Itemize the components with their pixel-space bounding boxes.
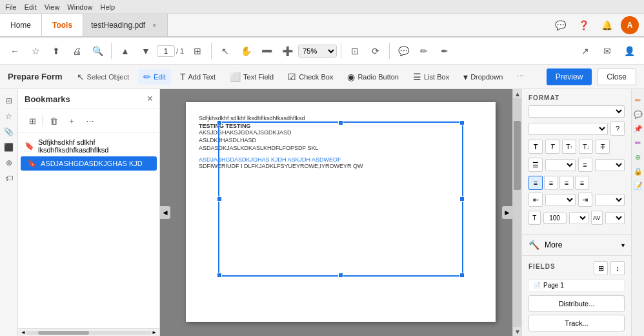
font-size-select[interactable] [528, 123, 608, 135]
fields-sort-btn[interactable]: ⊞ [594, 261, 608, 275]
resize-handle-left[interactable] [217, 196, 222, 202]
bookmarks-add-btn[interactable]: + [64, 113, 79, 129]
sidebar-icon-3[interactable]: 📎 [3, 125, 15, 138]
tab-tools[interactable]: Tools [42, 14, 83, 36]
back-icon[interactable]: ← [5, 41, 25, 61]
right-icon-7[interactable]: 📝 [632, 180, 644, 191]
right-icon-6[interactable]: 🔒 [632, 165, 644, 177]
font-unit-select[interactable] [569, 212, 589, 224]
fit-icon[interactable]: ⊡ [345, 41, 365, 61]
font-auto-select[interactable] [605, 212, 625, 224]
list-box-btn[interactable]: ☰ List Box [408, 69, 454, 85]
font-size-input[interactable] [543, 213, 567, 224]
superscript-btn[interactable]: T↑ [562, 140, 576, 154]
menu-view[interactable]: View [45, 3, 60, 11]
tab-file[interactable]: testHeading.pdf × [83, 14, 168, 36]
draw-icon[interactable]: ✒ [435, 41, 454, 61]
font-help-btn[interactable]: ? [610, 121, 625, 136]
number-style-select[interactable] [595, 159, 625, 171]
prev-page-icon[interactable]: ▲ [116, 41, 135, 61]
cursor-icon[interactable]: ↖ [216, 41, 235, 61]
menu-edit[interactable]: Edit [25, 3, 37, 11]
scroll-down-arrow[interactable]: ▼ [513, 327, 521, 336]
fields-filter-btn[interactable]: ↕ [610, 261, 625, 275]
sidebar-icon-6[interactable]: 🏷 [3, 172, 15, 185]
numbered-list-btn[interactable]: ≡ [578, 158, 592, 172]
help-icon[interactable]: ❓ [574, 16, 592, 34]
font-auto-btn[interactable]: AV [591, 211, 603, 225]
more-row[interactable]: 🔨 More ▾ [528, 240, 625, 250]
distribute-button[interactable]: Distribute... [528, 295, 625, 312]
select-object-btn[interactable]: ↖ Select Object [72, 69, 134, 85]
tab-file-close[interactable]: × [149, 20, 159, 30]
edit-btn[interactable]: ✏ Edit [138, 69, 171, 85]
right-icon-5[interactable]: ⊕ [632, 151, 644, 163]
user-avatar[interactable]: A [621, 16, 639, 34]
bullet-list-btn[interactable]: ☰ [528, 158, 543, 172]
scroll-thumb[interactable] [38, 331, 88, 335]
page-number-input[interactable] [157, 45, 175, 57]
indent-right-select[interactable] [595, 194, 625, 206]
pdf-vertical-scrollbar[interactable]: ▲ ▼ [512, 89, 521, 336]
add-text-btn[interactable]: T Add Text [175, 69, 221, 85]
zoom-select[interactable]: 75% 100% 125% 150% [298, 45, 337, 58]
bold-btn[interactable]: T [528, 140, 543, 154]
notification-icon[interactable]: 🔔 [598, 16, 616, 34]
pdf-expand-right[interactable]: ► [502, 206, 512, 219]
people-icon[interactable]: 👤 [619, 41, 639, 61]
bookmark-item-1[interactable]: 🔖 Sdfjkhsdkhf sdlkhf lksdhflksdhfkasdhfl… [18, 136, 159, 156]
indent-left-btn[interactable]: ⇤ [528, 193, 543, 207]
font-family-select[interactable] [528, 105, 625, 118]
upload-icon[interactable]: ⬆ [46, 41, 66, 61]
zoom-icon[interactable]: 🔍 [88, 41, 107, 61]
sidebar-icon-1[interactable]: ⊟ [3, 94, 15, 107]
mail-icon[interactable]: ✉ [598, 41, 617, 61]
print-icon[interactable]: 🖨 [67, 41, 86, 61]
radio-button-btn[interactable]: ◉ Radio Button [342, 69, 404, 85]
pen-icon[interactable]: ✏ [414, 41, 434, 61]
next-page-icon[interactable]: ▼ [136, 41, 156, 61]
scroll-left-icon[interactable]: ◄ [21, 330, 26, 335]
align-justify-btn[interactable]: ≡ [575, 176, 589, 190]
resize-handle-bl[interactable] [217, 273, 222, 278]
hand-icon[interactable]: ✋ [236, 41, 256, 61]
right-icon-3[interactable]: 📌 [632, 123, 644, 134]
sidebar-icon-2[interactable]: ☆ [3, 110, 15, 123]
right-icon-4[interactable]: ✏ [632, 137, 644, 149]
bookmarks-delete-btn[interactable]: 🗑 [46, 113, 61, 129]
pdf-canvas-area[interactable]: ◄ ► Sdfjkhsdkhf sdlkhf lksdhflksdhfkasdh… [160, 89, 521, 336]
page-item-1[interactable]: 📄 Page 1 [528, 279, 625, 291]
right-icon-2[interactable]: 💬 [632, 109, 644, 120]
align-right-btn[interactable]: ≡ [559, 176, 574, 190]
check-box-btn[interactable]: ☑ Check Box [283, 69, 338, 85]
horizontal-scrollbar[interactable]: ◄ ► [18, 328, 159, 336]
resize-handle-br[interactable] [459, 273, 465, 278]
indent-right-btn[interactable]: ⇥ [578, 193, 592, 207]
scroll-track[interactable] [26, 331, 152, 335]
close-button[interactable]: Close [597, 68, 636, 85]
italic-btn[interactable]: T [545, 140, 559, 154]
menu-help[interactable]: Help [100, 3, 115, 11]
bookmark-item-2[interactable]: 🔖 ASDJASHGDASDKJGHAS KJD [21, 156, 157, 171]
align-left-btn[interactable]: ≡ [528, 176, 543, 190]
menu-window[interactable]: Window [67, 3, 92, 11]
resize-handle-right[interactable] [459, 196, 465, 202]
comment-tool-icon[interactable]: 💬 [394, 41, 413, 61]
track-button[interactable]: Track... [528, 315, 625, 331]
rotate-icon[interactable]: ⟳ [366, 41, 385, 61]
scroll-up-arrow[interactable]: ▲ [513, 89, 521, 98]
sidebar-icon-5[interactable]: ⊕ [3, 156, 15, 169]
dropdown-btn[interactable]: ▾ Dropdown [458, 69, 508, 85]
comment-icon[interactable]: 💬 [551, 16, 569, 34]
text-field-btn[interactable]: ⬜ Text Field [225, 69, 279, 85]
bookmarks-options-btn[interactable]: ⋯ [82, 113, 97, 129]
tab-home[interactable]: Home [0, 14, 42, 36]
subscript-btn[interactable]: T↓ [579, 140, 593, 154]
strikethrough-btn[interactable]: T [596, 140, 610, 154]
preview-button[interactable]: Preview [547, 68, 592, 85]
sidebar-icon-4[interactable]: ⬛ [3, 141, 15, 154]
pdf-expand-left[interactable]: ◄ [160, 206, 170, 219]
scroll-track-v[interactable] [513, 98, 521, 327]
right-icon-1[interactable]: ✏ [632, 94, 644, 106]
bookmarks-close-icon[interactable]: × [147, 93, 153, 105]
